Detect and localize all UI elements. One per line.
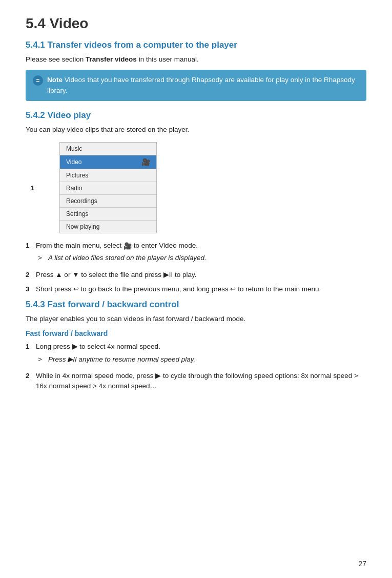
- section-542-steps: 1 From the main menu, select 🎥 to enter …: [26, 241, 366, 294]
- menu-wrapper: 1 Music Video 🎥 Pictures Radio Recording…: [26, 142, 366, 233]
- subpoint-text-1: A list of video files stored on the play…: [48, 253, 207, 263]
- step-543-2: 2 While in 4x normal speed mode, press ▶…: [26, 371, 366, 392]
- note-content: Videos that you have transferred through…: [47, 76, 355, 94]
- menu-item-settings: Settings: [60, 208, 156, 221]
- step-542-1-content: From the main menu, select 🎥 to enter Vi…: [36, 241, 366, 266]
- note-label: Note: [47, 76, 63, 84]
- step-542-3-mid: to go back to the previous menu, and lon…: [79, 285, 231, 293]
- step-543-1-subpoint: > Press ▶II anytime to resume normal spe…: [36, 354, 366, 365]
- step-543-2-content: While in 4x normal speed mode, press ▶ t…: [36, 371, 366, 392]
- section-543-steps: 1 Long press ▶ to select 4x normal speed…: [26, 342, 366, 391]
- step-542-1-text-after: to enter Video mode.: [132, 242, 198, 249]
- section-542-intro: You can play video clips that are stored…: [26, 125, 366, 135]
- step-542-1: 1 From the main menu, select 🎥 to enter …: [26, 241, 366, 266]
- step-542-3-end: to return to the main menu.: [236, 285, 321, 293]
- section-543-intro: The player enables you to scan videos in…: [26, 314, 366, 324]
- menu-item-video: Video 🎥: [60, 155, 156, 169]
- section-541-title: 5.4.1 Transfer videos from a computer to…: [26, 40, 366, 50]
- step-542-1-text-before: From the main menu, select: [36, 242, 123, 249]
- note-box: = Note Videos that you have transferred …: [26, 70, 366, 101]
- section-541-intro-end: in this user manual.: [137, 55, 199, 63]
- step-542-3-content: Short press ↩ to go back to the previous…: [36, 284, 366, 294]
- menu-item-now-playing: Now playing: [60, 221, 156, 233]
- subpoint-text-2: Press ▶II anytime to resume normal speed…: [48, 354, 195, 365]
- video-mode-icon: 🎥: [123, 241, 132, 251]
- menu-label-1: 1: [31, 184, 34, 192]
- menu-item-music: Music: [60, 143, 156, 155]
- step-num-3: 3: [26, 284, 36, 294]
- main-title: 5.4 Video: [26, 15, 366, 32]
- step-543-1-text: Long press ▶ to select 4x normal speed.: [36, 343, 160, 350]
- section-541-intro-text: Please see section: [26, 55, 86, 63]
- section-541-intro-bold: Transfer videos: [86, 55, 137, 63]
- note-text: Note Videos that you have transferred th…: [47, 75, 359, 96]
- step-542-3-text: Short press: [36, 285, 73, 293]
- step-542-2-content: Press ▲ or ▼ to select the file and pres…: [36, 270, 366, 280]
- step-543-2-text: While in 4x normal speed mode, press ▶ t…: [36, 372, 358, 390]
- section-541-intro: Please see section Transfer videos in th…: [26, 54, 366, 65]
- menu-item-pictures: Pictures: [60, 169, 156, 182]
- back-icon-2: ↩: [230, 284, 236, 294]
- step-542-2-text: Press ▲ or ▼ to select the file and pres…: [36, 271, 197, 278]
- menu-item-radio: Radio: [60, 182, 156, 195]
- step-543-num-2: 2: [26, 371, 36, 381]
- step-543-num-1: 1: [26, 342, 36, 352]
- menu-item-recordings: Recordings: [60, 195, 156, 208]
- step-num-1: 1: [26, 241, 36, 251]
- back-icon-1: ↩: [73, 284, 79, 294]
- step-542-1-subpoint: > A list of video files stored on the pl…: [36, 253, 366, 263]
- step-542-2: 2 Press ▲ or ▼ to select the file and pr…: [26, 270, 366, 280]
- menu-video-label: Video: [66, 158, 81, 166]
- step-542-3: 3 Short press ↩ to go back to the previo…: [26, 284, 366, 294]
- subpoint-arrow-2: >: [38, 354, 48, 365]
- step-543-1-content: Long press ▶ to select 4x normal speed. …: [36, 342, 366, 367]
- step-num-2: 2: [26, 270, 36, 280]
- menu-mockup: Music Video 🎥 Pictures Radio Recordings …: [59, 142, 157, 233]
- step-543-1: 1 Long press ▶ to select 4x normal speed…: [26, 342, 366, 367]
- page-number: 27: [358, 560, 366, 568]
- section-542-title: 5.4.2 Video play: [26, 110, 366, 121]
- video-camera-icon: 🎥: [141, 158, 150, 166]
- subpoint-arrow-1: >: [38, 253, 48, 263]
- section-543-title: 5.4.3 Fast forward / backward control: [26, 300, 366, 310]
- note-icon: =: [33, 75, 43, 86]
- fast-forward-subtitle: Fast forward / backward: [26, 329, 366, 337]
